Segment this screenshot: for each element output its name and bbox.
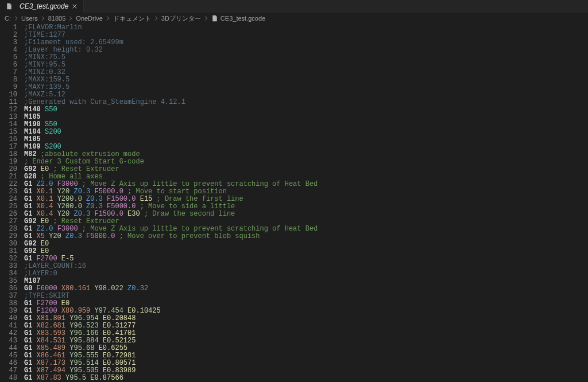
breadcrumb-item[interactable]: C: [5,15,11,22]
token-meta: ;TIME:1277 [24,31,65,39]
code-line[interactable]: ;TYPE:SKIRT [24,293,588,300]
code-line[interactable]: ;MINY:95.5 [24,61,588,69]
token-e: E0.41701 [103,329,136,337]
token-e: E15 [140,195,153,203]
token-y: Y95.68 [69,344,94,352]
token-cmd: G92 [24,217,37,225]
token-z: Z0.3 [86,195,103,203]
breadcrumb-item[interactable]: 3Dプリンター [161,14,201,23]
chevron-right-icon [13,15,19,21]
token-z: Z0.3 [74,188,90,196]
code-line[interactable]: G0 F6000 X80.161 Y98.022 Z0.32 [24,285,588,293]
token-xyz: X0.4 [37,202,53,211]
token-y: Y97.454 [94,307,123,315]
code-line[interactable]: ;MINX:75.5 [24,54,588,61]
token-f: F5000.0 [94,188,123,196]
code-area[interactable]: ;FLAVOR:Marlin;TIME:1277;Filament used: … [24,24,588,382]
token-f: F1200 [37,307,57,315]
token-f: F2700 [37,255,57,263]
breadcrumb-item[interactable]: Users [21,15,38,22]
token-z: Z2.0 [37,180,53,188]
token-meta: ;LAYER:0 [24,270,57,278]
token-s: S50 [45,120,57,128]
code-line[interactable]: G92 E0 ; Reset Extruder [24,166,588,173]
token-y: Y96.523 [69,322,98,330]
code-line[interactable]: M190 S50 [24,121,588,128]
token-e: E0.83989 [103,367,136,375]
token-s: S200 [45,128,61,136]
code-line[interactable]: ;FLAVOR:Marlin [24,24,588,32]
code-line[interactable]: M105 [24,136,588,143]
token-e: E0.52125 [103,337,136,345]
code-line[interactable]: ;Filament used: 2.65499m [24,39,588,46]
code-line[interactable]: G92 E0 [24,248,588,255]
token-cmt: ; Draw the second line [144,210,235,218]
breadcrumb-item[interactable]: OneDrive [76,15,102,22]
breadcrumb-item[interactable]: 81805 [48,15,66,22]
breadcrumb: C:Users81805OneDriveドキュメント3DプリンターCE3_tes… [0,13,588,24]
token-xyz: X0.1 [37,195,53,203]
code-line[interactable]: ;MINZ:0.32 [24,69,588,76]
token-e: E0.10425 [127,307,161,315]
token-cmd: G92 [24,240,37,248]
token-cmd: M109 [24,143,41,151]
code-line[interactable]: ;LAYER_COUNT:16 [24,263,588,270]
code-line[interactable]: G92 E0 [24,240,588,248]
token-xyz: X80.959 [61,307,90,315]
token-z: Z0.3 [86,202,103,211]
token-cmd: G1 [24,202,32,211]
token-z: Z0.3 [65,232,82,240]
code-line[interactable]: ;MAXX:159.5 [24,76,588,84]
token-y: Y200.0 [57,195,82,203]
token-e: E0.20848 [103,314,136,322]
token-e: E0 [61,299,69,307]
token-f: F3000 [57,225,78,233]
token-f: F1500.0 [107,195,136,203]
token-xyz: X81.801 [37,314,65,322]
token-e: E0.80571 [103,359,136,367]
code-line[interactable]: M140 S50 [24,106,588,114]
token-cmd: M82 [24,150,37,158]
editor[interactable]: 1234567891011121314151617181920212223242… [0,24,588,382]
token-s: S200 [45,143,61,151]
close-icon[interactable] [72,3,78,9]
code-line[interactable]: ;Layer height: 0.32 [24,46,588,54]
token-y: Y20 [57,210,70,218]
tab-active[interactable]: CE3_test.gcode [0,0,84,13]
token-meta: ;TYPE:SKIRT [24,292,69,300]
token-cmt: ; Draw the first line [157,195,243,203]
code-line[interactable]: ;Generated with Cura_SteamEngine 4.12.1 [24,99,588,106]
breadcrumb-item[interactable]: CE3_test.gcode [220,15,265,22]
token-meta: ;Generated with Cura_SteamEngine 4.12.1 [24,98,185,106]
token-f: F2700 [37,299,57,307]
code-line[interactable]: G1 X5 Y20 Z0.3 F5000.0 ; Move over to pr… [24,233,588,240]
token-cmt: ; Home all axes [41,173,103,181]
code-line[interactable]: ;MAXY:139.5 [24,84,588,91]
token-e: E0.87566 [90,374,123,382]
token-cmd: M105 [24,113,41,121]
token-xyz: X0.1 [37,188,53,196]
line-number-gutter: 1234567891011121314151617181920212223242… [0,24,24,382]
code-line[interactable]: M105 [24,114,588,121]
breadcrumb-item[interactable]: ドキュメント [113,14,151,23]
token-cmt: ; Ender 3 Custom Start G-code [24,158,144,166]
code-line[interactable]: G1 F2700 E-5 [24,255,588,263]
token-z: Z0.3 [74,210,90,218]
token-cmd: G1 [24,255,32,263]
token-y: Y20 [49,232,61,240]
chevron-right-icon [68,15,74,21]
token-cmt: ; Reset Extruder [53,165,119,173]
token-meta: ;MAXX:159.5 [24,76,69,84]
token-cmd: G1 [24,307,32,315]
token-xyz: X85.489 [37,344,65,352]
token-y: Y95.884 [69,337,98,345]
chevron-right-icon [40,15,46,21]
token-xyz: X80.161 [61,284,90,293]
file-icon [211,15,218,22]
code-line[interactable]: M104 S200 [24,128,588,136]
token-meta: ;Filament used: 2.65499m [24,38,123,46]
token-y: Y95.555 [69,352,98,360]
token-meta: ;LAYER_COUNT:16 [24,262,86,270]
token-e: E0 [41,165,49,173]
code-line[interactable]: ;LAYER:0 [24,270,588,278]
